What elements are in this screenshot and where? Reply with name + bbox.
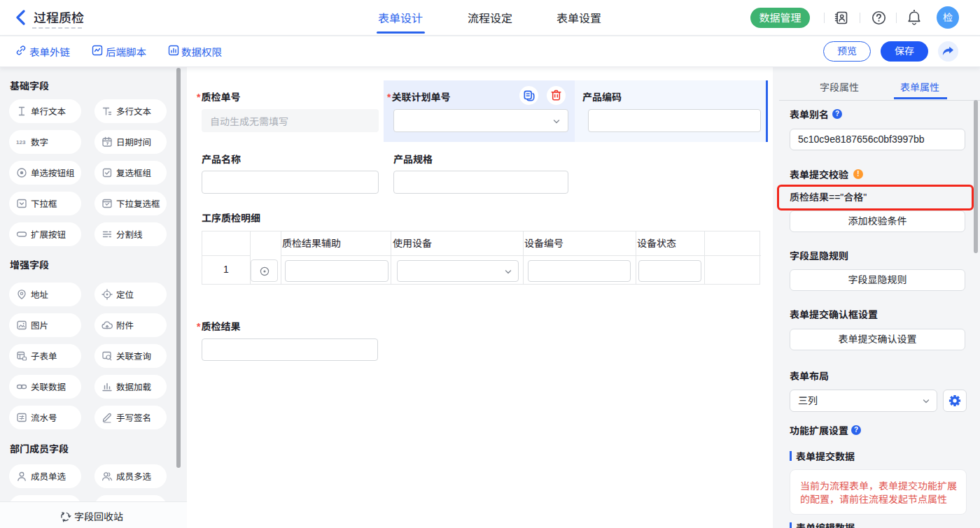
svg-text:123: 123 xyxy=(16,139,26,145)
